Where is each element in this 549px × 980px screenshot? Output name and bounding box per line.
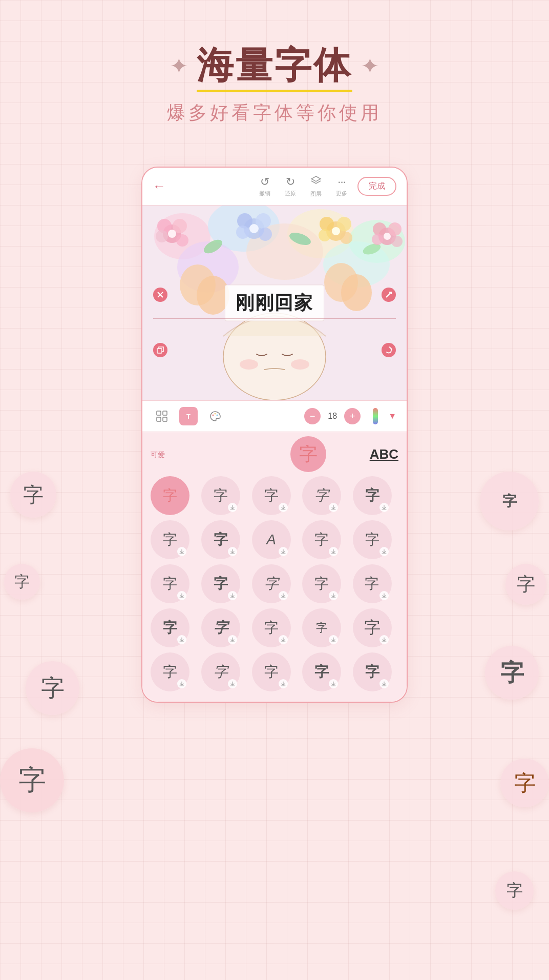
font-char-3: 字 [314,486,329,505]
font-item-21[interactable]: 字 [201,652,240,691]
download-icon-19[interactable] [379,635,389,644]
font-item-13[interactable]: 字 [302,564,341,603]
font-char-1: 字 [214,486,228,505]
toolbar: ← ↺ 撤销 ↻ 还原 图层 [142,168,407,206]
grid-view-button[interactable] [153,407,171,425]
font-char-5: 字 [163,530,177,549]
font-char-23: 字 [314,662,329,682]
download-icon-12[interactable] [279,591,288,600]
font-char-16: 字 [214,618,228,638]
font-char-18: 字 [316,620,327,636]
font-item-1[interactable]: 字 [201,476,240,515]
download-icon-18[interactable] [329,635,338,644]
font-char-2: 字 [264,486,279,505]
download-icon-14[interactable] [379,591,389,600]
font-item-2[interactable]: 字 [252,476,291,515]
more-action[interactable]: ··· 更多 [336,175,347,197]
title-row: ✦ 海量字体 ✦ [0,41,549,90]
float-char-8: 字 [495,871,534,910]
download-icon-1[interactable] [228,503,237,512]
svg-point-13 [168,230,176,238]
font-item-14[interactable]: 字 [353,564,392,603]
download-icon-22[interactable] [279,679,288,688]
size-decrease-button[interactable]: − [304,408,321,424]
download-icon-24[interactable] [379,679,389,688]
dropdown-arrow-icon[interactable]: ▼ [388,412,396,421]
handle-resize-tr[interactable] [382,288,396,302]
font-char-4: 字 [365,486,379,505]
download-icon-21[interactable] [228,679,237,688]
size-value-display: 18 [325,412,340,421]
font-item-11[interactable]: 字 [201,564,240,603]
header-section: ✦ 海量字体 ✦ 爆多好看字体等你使用 [0,0,549,146]
download-icon-2[interactable] [279,503,288,512]
download-icon-8[interactable] [329,547,338,556]
font-char-9: 字 [365,530,379,549]
download-icon-3[interactable] [329,503,338,512]
font-char-15: 字 [163,618,177,638]
svg-point-42 [291,359,309,370]
layers-action[interactable]: 图层 [310,175,322,198]
back-button[interactable]: ← [153,178,166,194]
font-item-5[interactable]: 字 [151,520,189,559]
control-bar: T − 18 + ▼ [142,400,407,432]
font-item-19[interactable]: 字 [353,608,392,647]
color-bar[interactable] [373,408,378,424]
font-item-0[interactable]: 字 [151,476,189,515]
download-icon-17[interactable] [279,635,288,644]
font-item-4[interactable]: 字 [353,476,392,515]
size-increase-button[interactable]: + [344,408,361,424]
download-icon-5[interactable] [177,547,186,556]
font-item-15[interactable]: 字 [151,608,189,647]
download-icon-16[interactable] [228,635,237,644]
text-tool-button[interactable]: T [179,407,198,425]
svg-point-11 [156,230,168,242]
font-item-7[interactable]: A [252,520,291,559]
download-icon-11[interactable] [228,591,237,600]
download-icon-6[interactable] [228,547,237,556]
float-char-5: 字 [505,564,546,605]
font-item-9[interactable]: 字 [353,520,392,559]
font-picker: 可爱 字 ABC 字字字字字字字A字字字字字字字字字字字字字字字字字 [142,432,407,702]
svg-point-54 [217,415,218,416]
download-icon-13[interactable] [329,591,338,600]
font-item-10[interactable]: 字 [151,564,189,603]
font-item-24[interactable]: 字 [353,652,392,691]
download-icon-10[interactable] [177,591,186,600]
redo-action[interactable]: ↻ 还原 [285,175,296,197]
float-char-7: 字 [500,759,549,807]
font-item-23[interactable]: 字 [302,652,341,691]
layers-label: 图层 [310,190,322,198]
handle-duplicate[interactable] [153,343,167,357]
download-icon-9[interactable] [379,547,389,556]
resize-line [153,318,396,319]
download-icon-23[interactable] [329,679,338,688]
font-item-8[interactable]: 字 [302,520,341,559]
font-item-16[interactable]: 字 [201,608,240,647]
font-item-3[interactable]: 字 [302,476,341,515]
font-char-8: 字 [314,530,329,549]
font-char-7: A [266,532,276,548]
svg-point-33 [391,236,403,247]
handle-delete[interactable] [153,288,167,302]
font-item-17[interactable]: 字 [252,608,291,647]
download-icon-20[interactable] [177,679,186,688]
redo-icon: ↻ [286,175,295,189]
done-button[interactable]: 完成 [357,177,396,196]
download-icon-15[interactable] [177,635,186,644]
font-item-22[interactable]: 字 [252,652,291,691]
svg-rect-47 [163,411,167,415]
download-icon-4[interactable] [379,503,389,512]
text-overlay-box[interactable]: 刚刚回家 [225,285,324,321]
font-item-18[interactable]: 字 [302,608,341,647]
font-item-12[interactable]: 字 [252,564,291,603]
font-char-10: 字 [163,574,177,594]
undo-action[interactable]: ↺ 撤销 [259,175,270,197]
float-char-6: 字 [485,646,539,700]
color-tool-button[interactable] [206,407,224,425]
font-item-6[interactable]: 字 [201,520,240,559]
download-icon-7[interactable] [279,547,288,556]
svg-rect-49 [163,417,167,421]
font-item-20[interactable]: 字 [151,652,189,691]
font-char-12: 字 [264,574,279,594]
